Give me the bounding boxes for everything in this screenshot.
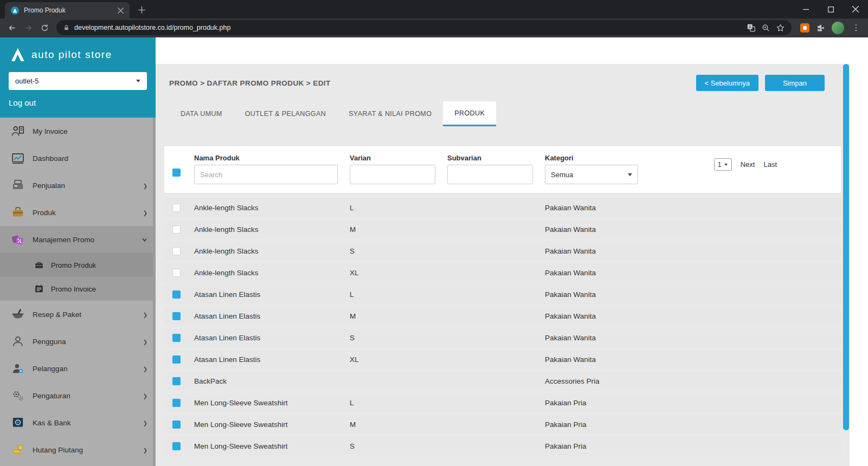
cell-kategori: Pakaian Pria <box>545 420 841 429</box>
sidebar-item-dashboard[interactable]: Dashboard <box>0 145 156 172</box>
sidebar-item-label: My Invoice <box>33 127 68 135</box>
address-bar[interactable]: development.autopilotstore.co.id/promo_p… <box>56 20 792 35</box>
logout-link[interactable]: Log out <box>9 98 36 107</box>
row-checkbox[interactable] <box>172 334 181 342</box>
maximize-button[interactable] <box>818 0 843 18</box>
cell-varian: S <box>350 247 447 255</box>
cell-kategori: Pakaian Wanita <box>545 225 841 234</box>
settings-icon <box>11 389 25 403</box>
subvarian-input[interactable] <box>447 165 533 184</box>
row-checkbox[interactable] <box>172 204 181 212</box>
sidebar-item-promo-invoice[interactable]: Promo Invoice <box>0 277 156 301</box>
table-row: Ankle-length SlacksLPakaian Wanita <box>164 198 841 217</box>
forward-button[interactable] <box>21 20 36 35</box>
sidebar-item-penjualan[interactable]: Penjualan› <box>0 172 156 199</box>
outlet-select[interactable]: outlet-5 <box>9 72 147 90</box>
extension-icon[interactable] <box>800 23 809 33</box>
row-checkbox[interactable] <box>172 225 181 234</box>
close-window-button[interactable] <box>843 0 868 18</box>
previous-button[interactable]: < Sebelumnya <box>696 75 758 91</box>
sidebar-item-label: Dashboard <box>33 154 68 163</box>
promo-invoice-icon <box>34 283 44 294</box>
cell-kategori: Accessories Pria <box>545 377 841 385</box>
translate-icon[interactable]: A <box>747 23 756 33</box>
cell-kategori: Pakaian Wanita <box>545 312 841 320</box>
row-checkbox[interactable] <box>172 269 181 277</box>
row-checkbox[interactable] <box>172 247 181 255</box>
nama-produk-label: Nama Produk <box>194 154 338 162</box>
chevron-down-icon <box>628 173 632 176</box>
sidebar-item-label: Resep & Paket <box>33 310 81 319</box>
save-button[interactable]: Simpan <box>765 75 825 91</box>
sidebar-item-label: Produk <box>33 209 56 217</box>
sidebar-item-label: Manajemen Promo <box>33 236 94 244</box>
row-checkbox[interactable] <box>172 377 181 385</box>
sidebar-item-hutang-piutang[interactable]: Hutang Piutang› <box>0 436 156 463</box>
row-checkbox[interactable] <box>172 420 181 429</box>
sidebar-item-label: Kas & Bank <box>33 419 71 427</box>
cell-nama-produk: BackPack <box>194 377 350 385</box>
tab-outlet-pelanggan[interactable]: OUTLET & PELANGGAN <box>234 101 337 126</box>
profile-avatar[interactable] <box>832 22 844 34</box>
sidebar-item-pengguna[interactable]: Pengguna› <box>0 328 156 355</box>
sidebar-item-label: Promo Invoice <box>51 285 96 293</box>
select-all-checkbox[interactable] <box>172 169 181 177</box>
table-row: Ankle-length SlacksSPakaian Wanita <box>164 242 841 261</box>
sidebar-item-label: Promo Produk <box>51 261 96 269</box>
sidebar-item-label: Pelanggan <box>33 365 68 373</box>
browser-menu-icon[interactable]: ⋮ <box>851 23 861 33</box>
tab-data-umum[interactable]: DATA UMUM <box>169 101 234 126</box>
table-row: Atasan Linen ElastisSPakaian Wanita <box>164 328 841 347</box>
reload-button[interactable] <box>37 20 52 35</box>
kategori-select[interactable]: Semua <box>545 165 638 184</box>
tab-syarat-nilai-promo[interactable]: SYARAT & NILAI PROMO <box>337 101 443 126</box>
cell-kategori: Pakaian Wanita <box>545 290 841 299</box>
sidebar-item-label: Pengguna <box>33 338 66 346</box>
row-checkbox[interactable] <box>172 442 181 450</box>
sidebar-item-resep-paket[interactable]: Resep & Paket› <box>0 301 156 328</box>
varian-input[interactable] <box>350 165 435 184</box>
browser-tab[interactable]: Promo Produk <box>5 2 130 18</box>
row-checkbox[interactable] <box>172 355 181 364</box>
row-checkbox[interactable] <box>172 312 181 320</box>
cell-varian: S <box>350 442 447 450</box>
sidebar-header: auto pilot store outlet-5 Log out <box>0 37 156 118</box>
cell-nama-produk: Atasan Linen Elastis <box>194 312 350 320</box>
bookmark-star-icon[interactable] <box>776 23 785 33</box>
brand: auto pilot store <box>9 46 147 63</box>
sidebar-item-pelanggan[interactable]: Pelanggan› <box>0 355 156 382</box>
page-select[interactable]: 1 <box>714 158 732 171</box>
nama-produk-input[interactable] <box>194 165 338 184</box>
new-tab-button[interactable] <box>134 2 149 17</box>
chevron-right-icon: › <box>144 416 147 430</box>
table-row: Men Long-Sleeve SweatshirtSPakaian Pria <box>164 437 841 456</box>
cell-nama-produk: Atasan Linen Elastis <box>194 334 350 342</box>
cell-kategori: Pakaian Wanita <box>545 334 841 342</box>
next-page-link[interactable]: Next <box>741 160 755 169</box>
chevron-right-icon: › <box>144 178 147 192</box>
minimize-button[interactable] <box>793 0 818 18</box>
tab-close-icon[interactable] <box>117 7 124 14</box>
zoom-icon[interactable] <box>761 23 770 33</box>
site-favicon <box>10 6 20 15</box>
tab-produk[interactable]: PRODUK <box>443 101 496 126</box>
sidebar-item-pengaturan[interactable]: Pengaturan› <box>0 382 156 409</box>
page-scrollbar-thumb[interactable] <box>843 64 849 430</box>
customer-icon <box>11 361 25 376</box>
cell-varian: S <box>350 334 447 342</box>
row-checkbox[interactable] <box>172 290 181 299</box>
back-button[interactable] <box>4 20 20 35</box>
sidebar-item-manajemen-promo[interactable]: Manajemen Promo› <box>0 226 156 253</box>
last-page-link[interactable]: Last <box>763 160 777 169</box>
row-checkbox[interactable] <box>172 399 181 407</box>
cell-nama-produk: Ankle-length Slacks <box>194 269 350 277</box>
lock-icon <box>63 24 70 31</box>
sidebar-item-label: Penjualan <box>33 182 65 190</box>
sidebar-item-kas-bank[interactable]: Kas & Bank› <box>0 409 156 436</box>
sidebar-item-my-invoice[interactable]: My Invoice <box>0 118 156 145</box>
sidebar-item-produk[interactable]: Produk› <box>0 199 156 226</box>
extensions-puzzle-icon[interactable] <box>816 23 825 33</box>
subvarian-label: Subvarian <box>447 154 533 162</box>
cell-varian: M <box>350 420 447 429</box>
sidebar-item-promo-produk[interactable]: Promo Produk <box>0 253 156 277</box>
